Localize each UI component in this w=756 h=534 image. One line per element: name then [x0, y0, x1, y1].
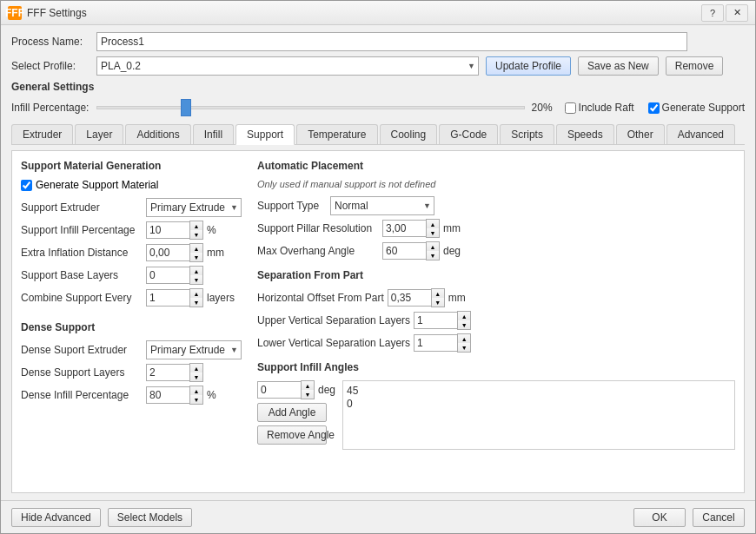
- footer-right: OK Cancel: [633, 508, 745, 527]
- process-name-row: Process Name:: [11, 32, 745, 51]
- tab-gcode[interactable]: G-Code: [439, 124, 498, 144]
- upper-sep-input[interactable]: [414, 312, 457, 329]
- pillar-resolution-input[interactable]: [382, 220, 426, 237]
- include-raft-checkbox[interactable]: [565, 102, 576, 114]
- auto-placement-title: Automatic Placement: [257, 160, 735, 172]
- pillar-resolution-spinner: ▲ ▼: [382, 219, 440, 238]
- tabs-bar: Extruder Layer Additions Infill Support …: [11, 124, 745, 145]
- angle-down[interactable]: ▼: [302, 390, 314, 399]
- support-material-title: Support Material Generation: [21, 160, 247, 172]
- generate-support-checkbox[interactable]: [648, 102, 660, 114]
- remove-button[interactable]: Remove: [666, 56, 724, 76]
- lower-sep-down[interactable]: ▼: [458, 343, 470, 352]
- angles-section: Support Infill Angles ▲ ▼: [257, 361, 735, 450]
- horiz-offset-row: Horizontal Offset From Part ▲ ▼ mm: [257, 288, 735, 307]
- horiz-offset-unit: mm: [448, 292, 466, 304]
- extra-inflation-down[interactable]: ▼: [190, 253, 202, 261]
- overhang-angle-up[interactable]: ▲: [427, 242, 439, 251]
- pillar-resolution-down[interactable]: ▼: [427, 228, 439, 237]
- pillar-resolution-up[interactable]: ▲: [427, 220, 439, 228]
- profile-select-wrapper: PLA_0.2: [96, 56, 479, 76]
- tab-other[interactable]: Other: [616, 124, 665, 144]
- angle-list-item-1[interactable]: 0: [347, 398, 731, 410]
- extra-inflation-unit: mm: [207, 247, 224, 259]
- tab-layer[interactable]: Layer: [75, 124, 123, 144]
- generate-support-material-checkbox[interactable]: [21, 180, 32, 191]
- upper-sep-up[interactable]: ▲: [458, 312, 470, 320]
- dense-infill-input[interactable]: [146, 386, 189, 404]
- horiz-offset-down[interactable]: ▼: [432, 298, 444, 307]
- profile-select[interactable]: PLA_0.2: [96, 56, 479, 76]
- profile-row: Select Profile: PLA_0.2 Update Profile S…: [11, 56, 745, 76]
- tab-support[interactable]: Support: [235, 124, 295, 145]
- footer: Hide Advanced Select Models OK Cancel: [1, 500, 755, 533]
- tab-extruder[interactable]: Extruder: [11, 124, 73, 144]
- overhang-angle-down[interactable]: ▼: [427, 251, 439, 260]
- help-button[interactable]: ?: [701, 4, 724, 22]
- tab-temperature[interactable]: Temperature: [296, 124, 377, 144]
- infill-slider[interactable]: [96, 106, 525, 109]
- tab-advanced[interactable]: Advanced: [666, 124, 735, 144]
- dense-infill-spinner: ▲ ▼: [146, 386, 203, 405]
- combine-support-up[interactable]: ▲: [190, 289, 202, 298]
- angle-spinner: ▲ ▼: [257, 380, 315, 399]
- angle-up[interactable]: ▲: [302, 381, 314, 390]
- support-infill-pct-down[interactable]: ▼: [190, 230, 202, 239]
- ok-button[interactable]: OK: [633, 508, 686, 527]
- tab-additions[interactable]: Additions: [125, 124, 190, 144]
- dense-support-section: Dense Support Dense Suport Extruder Prim…: [21, 321, 247, 405]
- lower-sep-input[interactable]: [414, 334, 457, 352]
- support-type-label: Support Type: [257, 200, 327, 212]
- tab-infill[interactable]: Infill: [193, 124, 234, 144]
- horiz-offset-up[interactable]: ▲: [432, 289, 444, 298]
- combine-support-down[interactable]: ▼: [190, 298, 202, 307]
- hide-advanced-button[interactable]: Hide Advanced: [11, 508, 101, 527]
- angle-list-item-0[interactable]: 45: [347, 385, 731, 397]
- combine-support-row: Combine Support Every ▲ ▼ layers: [21, 288, 247, 307]
- upper-sep-down[interactable]: ▼: [458, 320, 470, 329]
- support-type-select[interactable]: Normal: [330, 196, 434, 215]
- infill-row: Infill Percentage: 20% Include Raft Gene…: [11, 98, 745, 117]
- save-as-new-button[interactable]: Save as New: [578, 56, 659, 76]
- base-layers-up[interactable]: ▲: [190, 267, 202, 275]
- support-infill-pct-input[interactable]: [146, 221, 189, 239]
- overhang-angle-input[interactable]: [382, 242, 426, 260]
- angle-input[interactable]: [257, 381, 301, 399]
- remove-angle-button[interactable]: Remove Angle: [257, 425, 327, 445]
- upper-sep-label: Upper Vertical Separation Layers: [257, 314, 410, 326]
- base-layers-down[interactable]: ▼: [190, 275, 202, 284]
- upper-sep-spinner: ▲ ▼: [414, 311, 471, 330]
- dense-infill-up[interactable]: ▲: [190, 386, 202, 395]
- tab-speeds[interactable]: Speeds: [556, 124, 614, 144]
- content-area: Process Name: Select Profile: PLA_0.2 Up…: [1, 25, 755, 500]
- horiz-offset-input[interactable]: [388, 289, 431, 307]
- support-infill-pct-up[interactable]: ▲: [190, 221, 202, 230]
- base-layers-input[interactable]: [146, 267, 189, 284]
- close-button[interactable]: ✕: [726, 4, 748, 22]
- dense-layers-input[interactable]: [146, 364, 189, 381]
- left-panel: Support Material Generation Generate Sup…: [21, 160, 247, 484]
- dense-infill-down[interactable]: ▼: [190, 395, 202, 404]
- extra-inflation-label: Extra Inflation Distance: [21, 247, 143, 259]
- support-extruder-select-wrapper: Primary Extruder: [146, 198, 242, 217]
- tab-scripts[interactable]: Scripts: [500, 124, 554, 144]
- lower-sep-up[interactable]: ▲: [458, 334, 470, 343]
- infill-percentage-label: Infill Percentage:: [11, 102, 90, 114]
- extra-inflation-input[interactable]: [146, 244, 189, 261]
- extra-inflation-up[interactable]: ▲: [190, 244, 202, 253]
- process-name-input[interactable]: [96, 32, 687, 51]
- dense-extruder-select[interactable]: Primary Extruder: [146, 340, 242, 359]
- add-angle-button[interactable]: Add Angle: [257, 403, 327, 422]
- tab-cooling[interactable]: Cooling: [380, 124, 438, 144]
- support-extruder-select[interactable]: Primary Extruder: [146, 198, 242, 217]
- dense-layers-down[interactable]: ▼: [190, 372, 202, 381]
- select-models-button[interactable]: Select Models: [108, 508, 192, 527]
- update-profile-button[interactable]: Update Profile: [486, 56, 571, 76]
- dense-layers-up[interactable]: ▲: [190, 364, 202, 372]
- auto-placement-note: Only used if manual support is not defin…: [257, 179, 735, 189]
- combine-support-label: Combine Support Every: [21, 292, 143, 304]
- combine-support-input[interactable]: [146, 289, 189, 307]
- dense-support-title: Dense Support: [21, 321, 247, 333]
- angle-btns: ▲ ▼: [301, 380, 315, 399]
- cancel-button[interactable]: Cancel: [693, 508, 745, 527]
